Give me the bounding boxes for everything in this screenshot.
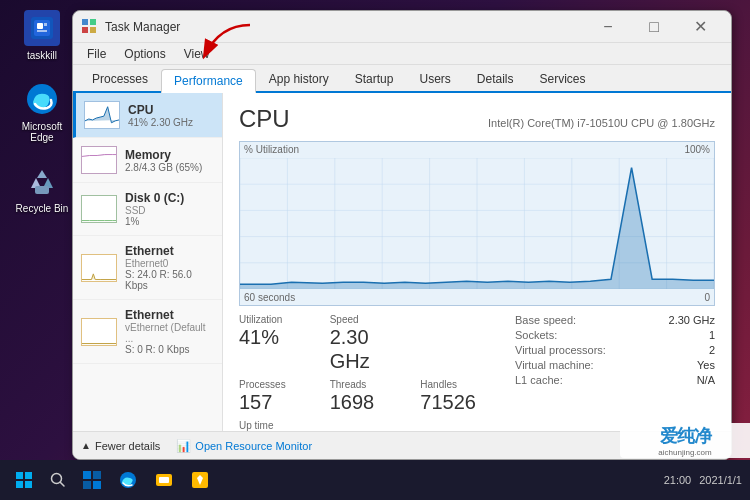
desktop-icons: taskkill Microsoft Edge Recycle Bin [12,10,72,214]
cpu-thumbnail [84,101,120,129]
cpu-chart-svg [240,158,714,289]
taskbar-app-1[interactable] [76,464,108,496]
right-panel: CPU Intel(R) Core(TM) i7-10510U CPU @ 1.… [223,93,731,431]
spec-virtual-processors: Virtual processors: 2 [515,344,715,356]
ethernet1-name: Ethernet [125,244,214,258]
stats-body: Utilization 41% Speed 2.30 GHz [239,314,715,431]
tab-app-history[interactable]: App history [256,67,342,91]
desktop-icon-taskkill-label: taskkill [27,50,57,61]
processes-label: Processes [239,379,318,390]
memory-thumbnail [81,146,117,174]
stat-threads: Threads 1698 [330,379,409,414]
desktop-icon-recycle-label: Recycle Bin [16,203,69,214]
taskbar-app-2[interactable] [112,464,144,496]
sockets-value: 1 [709,329,715,341]
desktop: taskkill Microsoft Edge Recycle Bin Task… [0,0,750,500]
start-button[interactable] [8,464,40,496]
main-content: CPU 41% 2.30 GHz Memory 2.8/4.3 GB (65%) [73,93,731,431]
sidebar-item-disk[interactable]: Disk 0 (C:) SSD 1% [73,183,222,236]
ethernet2-info: Ethernet vEthernet (Default ... S: 0 R: … [125,308,214,355]
virtual-processors-value: 2 [709,344,715,356]
tab-services[interactable]: Services [527,67,599,91]
spec-virtual-machine: Virtual machine: Yes [515,359,715,371]
svg-rect-41 [93,481,101,489]
disk-name: Disk 0 (C:) [125,191,214,205]
watermark-logo: 爱纯净 [660,424,711,448]
sidebar-item-cpu[interactable]: CPU 41% 2.30 GHz [73,93,222,138]
cpu-info: CPU 41% 2.30 GHz [128,103,214,128]
uptime-label: Up time [239,420,499,431]
tab-details[interactable]: Details [464,67,527,91]
virtual-machine-value: Yes [697,359,715,371]
resource-monitor-label: Open Resource Monitor [195,440,312,452]
stat-speed: Speed 2.30 GHz [330,314,409,373]
panel-subtitle: Intel(R) Core(TM) i7-10510U CPU @ 1.80GH… [488,117,715,129]
svg-rect-39 [93,471,101,479]
open-resource-monitor-link[interactable]: 📊 Open Resource Monitor [176,439,312,453]
title-bar: Task Manager − □ ✕ [73,11,731,43]
svg-rect-13 [90,27,96,33]
svg-rect-33 [25,472,32,479]
chart-x-right: 0 [704,292,710,303]
search-button[interactable] [44,466,72,494]
cpu-name: CPU [128,103,214,117]
svg-rect-34 [16,481,23,488]
speed-value: 2.30 GHz [330,325,409,373]
watermark-sub: aichunjing.com [658,448,711,457]
stats-left: Utilization 41% Speed 2.30 GHz [239,314,499,431]
cpu-chart: % Utilization 100% 60 seconds 0 [239,141,715,306]
desktop-icon-recycle[interactable]: Recycle Bin [12,163,72,214]
tab-users[interactable]: Users [406,67,463,91]
disk-info: Disk 0 (C:) SSD 1% [125,191,214,227]
disk-pct: 1% [125,216,214,227]
disk-thumbnail [81,195,117,223]
stats-right: Base speed: 2.30 GHz Sockets: 1 Virtual … [515,314,715,431]
uptime-section: Up time 0:19:57:35 [239,420,499,431]
svg-rect-40 [83,481,91,489]
taskbar-time: 21:00 [664,474,692,486]
cpu-sub: 41% 2.30 GHz [128,117,214,128]
ethernet1-adapter: Ethernet0 [125,258,214,269]
sidebar-item-ethernet1[interactable]: Ethernet Ethernet0 S: 24.0 R: 56.0 Kbps [73,236,222,300]
ethernet1-speed: S: 24.0 R: 56.0 Kbps [125,269,214,291]
menu-view[interactable]: View [176,45,218,63]
maximize-button[interactable]: □ [631,11,677,43]
processes-value: 157 [239,390,318,414]
desktop-icon-edge[interactable]: Microsoft Edge [12,81,72,143]
stat-processes: Processes 157 [239,379,318,414]
menu-bar: File Options View [73,43,731,65]
taskbar-app-4[interactable] [184,464,216,496]
menu-options[interactable]: Options [116,45,173,63]
memory-name: Memory [125,148,214,162]
svg-rect-10 [82,19,88,25]
chart-y-max: 100% [684,144,710,155]
svg-rect-12 [82,27,88,33]
memory-sub: 2.8/4.3 GB (65%) [125,162,214,173]
speed-label: Speed [330,314,409,325]
ethernet2-name: Ethernet [125,308,214,322]
sidebar: CPU 41% 2.30 GHz Memory 2.8/4.3 GB (65%) [73,93,223,431]
taskbar: 21:00 2021/1/1 [0,460,750,500]
panel-header: CPU Intel(R) Core(TM) i7-10510U CPU @ 1.… [239,105,715,133]
fewer-details-button[interactable]: ▲ Fewer details [81,440,160,452]
utilization-value: 41% [239,325,318,349]
memory-info: Memory 2.8/4.3 GB (65%) [125,148,214,173]
sidebar-item-ethernet2[interactable]: Ethernet vEthernet (Default ... S: 0 R: … [73,300,222,364]
watermark-inner: 爱纯净 aichunjing.com [658,424,711,457]
ethernet2-adapter: vEthernet (Default ... [125,322,214,344]
tab-performance[interactable]: Performance [161,69,256,93]
taskbar-right: 21:00 2021/1/1 [664,474,742,486]
close-button[interactable]: ✕ [677,11,723,43]
handles-label: Handles [420,379,499,390]
taskbar-app-3[interactable] [148,464,180,496]
chart-x-left: 60 seconds [244,292,295,303]
minimize-button[interactable]: − [585,11,631,43]
sidebar-item-memory[interactable]: Memory 2.8/4.3 GB (65%) [73,138,222,183]
desktop-icon-taskkill[interactable]: taskkill [12,10,72,61]
chevron-up-icon: ▲ [81,440,91,451]
svg-rect-3 [44,23,47,26]
menu-file[interactable]: File [79,45,114,63]
tab-startup[interactable]: Startup [342,67,407,91]
tab-processes[interactable]: Processes [79,67,161,91]
base-speed-label: Base speed: [515,314,576,326]
